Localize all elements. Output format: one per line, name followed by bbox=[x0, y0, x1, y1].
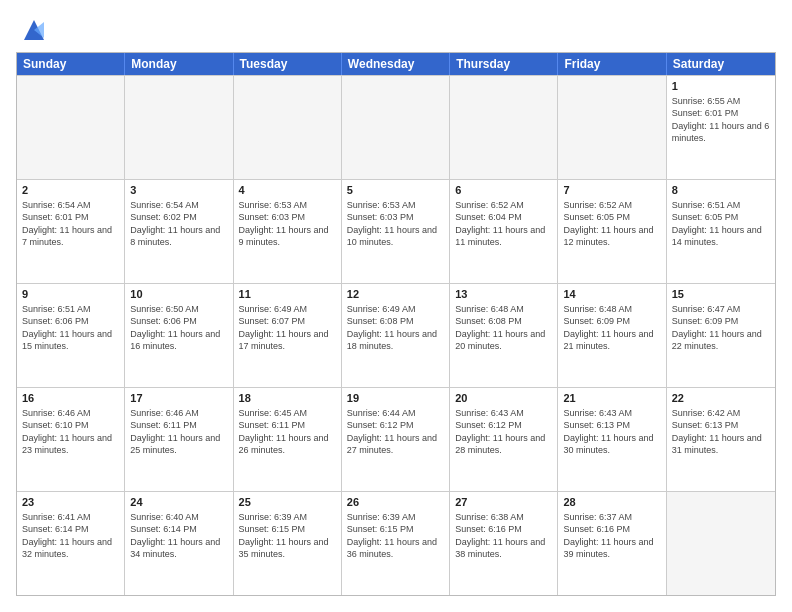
day-number: 23 bbox=[22, 495, 119, 509]
day-info: Sunrise: 6:47 AM Sunset: 6:09 PM Dayligh… bbox=[672, 303, 770, 352]
calendar-cell: 25Sunrise: 6:39 AM Sunset: 6:15 PM Dayli… bbox=[234, 492, 342, 595]
day-number: 13 bbox=[455, 287, 552, 301]
calendar-row-2: 9Sunrise: 6:51 AM Sunset: 6:06 PM Daylig… bbox=[17, 283, 775, 387]
calendar-cell bbox=[17, 76, 125, 179]
day-info: Sunrise: 6:52 AM Sunset: 6:05 PM Dayligh… bbox=[563, 199, 660, 248]
calendar-cell: 10Sunrise: 6:50 AM Sunset: 6:06 PM Dayli… bbox=[125, 284, 233, 387]
calendar-cell: 1Sunrise: 6:55 AM Sunset: 6:01 PM Daylig… bbox=[667, 76, 775, 179]
day-number: 4 bbox=[239, 183, 336, 197]
day-info: Sunrise: 6:49 AM Sunset: 6:08 PM Dayligh… bbox=[347, 303, 444, 352]
calendar-cell: 20Sunrise: 6:43 AM Sunset: 6:12 PM Dayli… bbox=[450, 388, 558, 491]
day-info: Sunrise: 6:41 AM Sunset: 6:14 PM Dayligh… bbox=[22, 511, 119, 560]
day-info: Sunrise: 6:39 AM Sunset: 6:15 PM Dayligh… bbox=[347, 511, 444, 560]
calendar-cell bbox=[125, 76, 233, 179]
day-info: Sunrise: 6:38 AM Sunset: 6:16 PM Dayligh… bbox=[455, 511, 552, 560]
calendar-cell: 14Sunrise: 6:48 AM Sunset: 6:09 PM Dayli… bbox=[558, 284, 666, 387]
page: SundayMondayTuesdayWednesdayThursdayFrid… bbox=[0, 0, 792, 612]
calendar: SundayMondayTuesdayWednesdayThursdayFrid… bbox=[16, 52, 776, 596]
calendar-header: SundayMondayTuesdayWednesdayThursdayFrid… bbox=[17, 53, 775, 75]
day-info: Sunrise: 6:39 AM Sunset: 6:15 PM Dayligh… bbox=[239, 511, 336, 560]
day-number: 27 bbox=[455, 495, 552, 509]
day-number: 2 bbox=[22, 183, 119, 197]
calendar-cell: 7Sunrise: 6:52 AM Sunset: 6:05 PM Daylig… bbox=[558, 180, 666, 283]
calendar-cell: 28Sunrise: 6:37 AM Sunset: 6:16 PM Dayli… bbox=[558, 492, 666, 595]
day-info: Sunrise: 6:55 AM Sunset: 6:01 PM Dayligh… bbox=[672, 95, 770, 144]
calendar-cell: 16Sunrise: 6:46 AM Sunset: 6:10 PM Dayli… bbox=[17, 388, 125, 491]
weekday-header-saturday: Saturday bbox=[667, 53, 775, 75]
calendar-cell: 27Sunrise: 6:38 AM Sunset: 6:16 PM Dayli… bbox=[450, 492, 558, 595]
calendar-cell: 3Sunrise: 6:54 AM Sunset: 6:02 PM Daylig… bbox=[125, 180, 233, 283]
calendar-cell: 8Sunrise: 6:51 AM Sunset: 6:05 PM Daylig… bbox=[667, 180, 775, 283]
calendar-cell: 23Sunrise: 6:41 AM Sunset: 6:14 PM Dayli… bbox=[17, 492, 125, 595]
day-number: 10 bbox=[130, 287, 227, 301]
calendar-row-0: 1Sunrise: 6:55 AM Sunset: 6:01 PM Daylig… bbox=[17, 75, 775, 179]
day-info: Sunrise: 6:40 AM Sunset: 6:14 PM Dayligh… bbox=[130, 511, 227, 560]
day-info: Sunrise: 6:48 AM Sunset: 6:08 PM Dayligh… bbox=[455, 303, 552, 352]
day-number: 15 bbox=[672, 287, 770, 301]
day-number: 12 bbox=[347, 287, 444, 301]
weekday-header-friday: Friday bbox=[558, 53, 666, 75]
day-number: 7 bbox=[563, 183, 660, 197]
day-number: 14 bbox=[563, 287, 660, 301]
day-info: Sunrise: 6:54 AM Sunset: 6:01 PM Dayligh… bbox=[22, 199, 119, 248]
day-info: Sunrise: 6:43 AM Sunset: 6:13 PM Dayligh… bbox=[563, 407, 660, 456]
calendar-cell: 12Sunrise: 6:49 AM Sunset: 6:08 PM Dayli… bbox=[342, 284, 450, 387]
weekday-header-thursday: Thursday bbox=[450, 53, 558, 75]
calendar-cell: 17Sunrise: 6:46 AM Sunset: 6:11 PM Dayli… bbox=[125, 388, 233, 491]
day-info: Sunrise: 6:51 AM Sunset: 6:06 PM Dayligh… bbox=[22, 303, 119, 352]
day-number: 16 bbox=[22, 391, 119, 405]
calendar-cell: 13Sunrise: 6:48 AM Sunset: 6:08 PM Dayli… bbox=[450, 284, 558, 387]
day-number: 11 bbox=[239, 287, 336, 301]
day-number: 8 bbox=[672, 183, 770, 197]
calendar-cell: 11Sunrise: 6:49 AM Sunset: 6:07 PM Dayli… bbox=[234, 284, 342, 387]
calendar-cell: 24Sunrise: 6:40 AM Sunset: 6:14 PM Dayli… bbox=[125, 492, 233, 595]
calendar-cell: 26Sunrise: 6:39 AM Sunset: 6:15 PM Dayli… bbox=[342, 492, 450, 595]
calendar-cell: 18Sunrise: 6:45 AM Sunset: 6:11 PM Dayli… bbox=[234, 388, 342, 491]
day-number: 18 bbox=[239, 391, 336, 405]
day-number: 1 bbox=[672, 79, 770, 93]
calendar-cell bbox=[558, 76, 666, 179]
calendar-row-1: 2Sunrise: 6:54 AM Sunset: 6:01 PM Daylig… bbox=[17, 179, 775, 283]
header bbox=[16, 16, 776, 44]
calendar-cell: 15Sunrise: 6:47 AM Sunset: 6:09 PM Dayli… bbox=[667, 284, 775, 387]
logo bbox=[16, 16, 48, 44]
day-number: 5 bbox=[347, 183, 444, 197]
calendar-cell: 9Sunrise: 6:51 AM Sunset: 6:06 PM Daylig… bbox=[17, 284, 125, 387]
calendar-body: 1Sunrise: 6:55 AM Sunset: 6:01 PM Daylig… bbox=[17, 75, 775, 595]
day-number: 21 bbox=[563, 391, 660, 405]
calendar-cell: 5Sunrise: 6:53 AM Sunset: 6:03 PM Daylig… bbox=[342, 180, 450, 283]
calendar-cell bbox=[342, 76, 450, 179]
day-number: 25 bbox=[239, 495, 336, 509]
calendar-cell bbox=[450, 76, 558, 179]
day-info: Sunrise: 6:43 AM Sunset: 6:12 PM Dayligh… bbox=[455, 407, 552, 456]
day-number: 20 bbox=[455, 391, 552, 405]
day-info: Sunrise: 6:37 AM Sunset: 6:16 PM Dayligh… bbox=[563, 511, 660, 560]
calendar-row-4: 23Sunrise: 6:41 AM Sunset: 6:14 PM Dayli… bbox=[17, 491, 775, 595]
day-number: 24 bbox=[130, 495, 227, 509]
weekday-header-monday: Monday bbox=[125, 53, 233, 75]
day-info: Sunrise: 6:46 AM Sunset: 6:11 PM Dayligh… bbox=[130, 407, 227, 456]
day-info: Sunrise: 6:53 AM Sunset: 6:03 PM Dayligh… bbox=[347, 199, 444, 248]
calendar-cell: 4Sunrise: 6:53 AM Sunset: 6:03 PM Daylig… bbox=[234, 180, 342, 283]
logo-icon bbox=[20, 16, 48, 44]
day-number: 22 bbox=[672, 391, 770, 405]
day-info: Sunrise: 6:49 AM Sunset: 6:07 PM Dayligh… bbox=[239, 303, 336, 352]
weekday-header-wednesday: Wednesday bbox=[342, 53, 450, 75]
calendar-cell: 21Sunrise: 6:43 AM Sunset: 6:13 PM Dayli… bbox=[558, 388, 666, 491]
day-number: 6 bbox=[455, 183, 552, 197]
day-number: 28 bbox=[563, 495, 660, 509]
day-number: 9 bbox=[22, 287, 119, 301]
calendar-cell: 6Sunrise: 6:52 AM Sunset: 6:04 PM Daylig… bbox=[450, 180, 558, 283]
day-number: 17 bbox=[130, 391, 227, 405]
day-info: Sunrise: 6:48 AM Sunset: 6:09 PM Dayligh… bbox=[563, 303, 660, 352]
day-info: Sunrise: 6:42 AM Sunset: 6:13 PM Dayligh… bbox=[672, 407, 770, 456]
weekday-header-sunday: Sunday bbox=[17, 53, 125, 75]
calendar-cell: 19Sunrise: 6:44 AM Sunset: 6:12 PM Dayli… bbox=[342, 388, 450, 491]
day-number: 19 bbox=[347, 391, 444, 405]
day-info: Sunrise: 6:53 AM Sunset: 6:03 PM Dayligh… bbox=[239, 199, 336, 248]
calendar-row-3: 16Sunrise: 6:46 AM Sunset: 6:10 PM Dayli… bbox=[17, 387, 775, 491]
day-info: Sunrise: 6:46 AM Sunset: 6:10 PM Dayligh… bbox=[22, 407, 119, 456]
calendar-cell bbox=[667, 492, 775, 595]
day-number: 3 bbox=[130, 183, 227, 197]
day-info: Sunrise: 6:51 AM Sunset: 6:05 PM Dayligh… bbox=[672, 199, 770, 248]
